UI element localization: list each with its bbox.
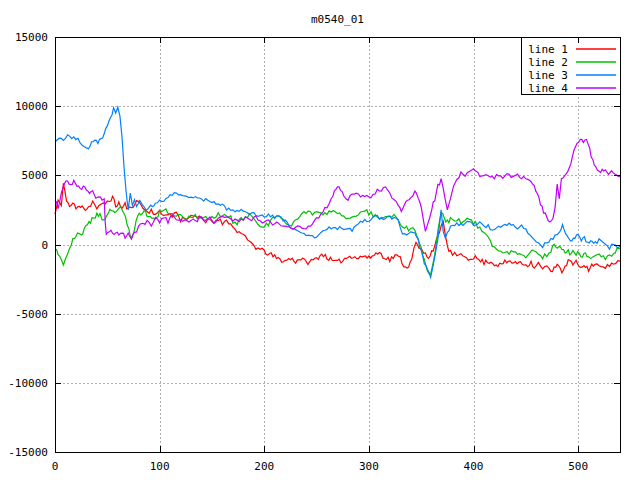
x-tick-label: 300 (359, 460, 379, 473)
gridlines (55, 37, 620, 452)
y-tick-label: 0 (41, 239, 48, 252)
y-tick-label: 5000 (22, 169, 49, 182)
x-tick-label: 200 (254, 460, 274, 473)
y-tick-label: 15000 (15, 31, 48, 44)
x-tick-label: 500 (568, 460, 588, 473)
series-line-1 (55, 183, 620, 272)
gnuplot-window: m0540_01 line 1line 2line 3line 40100200… (0, 0, 640, 480)
chart-title: m0540_01 (55, 13, 620, 26)
y-tick-label: 10000 (15, 100, 48, 113)
legend: line 1line 2line 3line 4 (522, 38, 621, 96)
legend-label: line 4 (528, 82, 568, 95)
y-tick-label: -5000 (15, 308, 48, 321)
y-tick-label: -15000 (8, 446, 48, 459)
plot-canvas: line 1line 2line 3line 40100200300400500… (0, 0, 640, 480)
x-tick-label: 100 (150, 460, 170, 473)
x-tick-label: 400 (464, 460, 484, 473)
legend-label: line 1 (528, 43, 568, 56)
y-tick-label: -10000 (8, 377, 48, 390)
x-tick-label: 0 (52, 460, 59, 473)
series-group (55, 107, 620, 277)
series-line-4 (55, 139, 620, 239)
legend-label: line 3 (528, 69, 568, 82)
legend-label: line 2 (528, 56, 568, 69)
